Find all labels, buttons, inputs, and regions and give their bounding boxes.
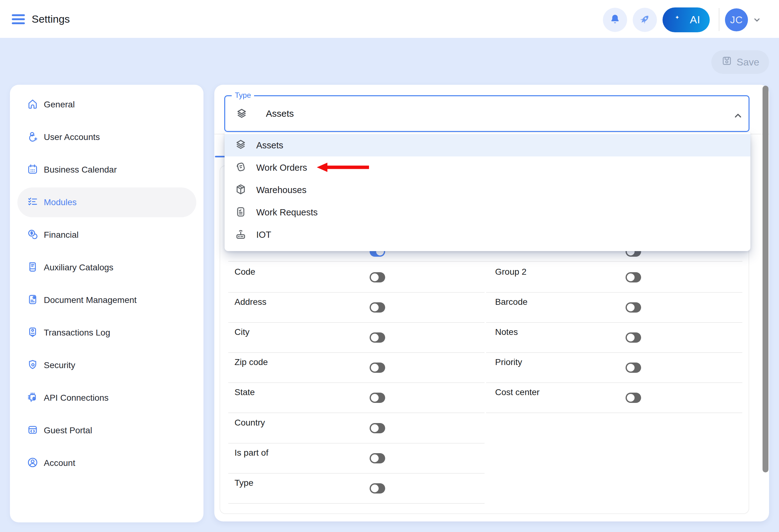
row-divider: [228, 292, 485, 293]
hamburger-menu-icon[interactable]: [12, 14, 25, 24]
coins-icon: [27, 228, 39, 242]
dropdown-option-assets[interactable]: Assets: [225, 134, 751, 156]
notifications-button[interactable]: [603, 8, 627, 32]
sidebar-item-account[interactable]: Account: [17, 448, 196, 478]
field-label-state: State: [235, 387, 255, 398]
sidebar-item-auxiliary-catalogs[interactable]: Auxiliary Catalogs: [17, 253, 196, 282]
field-label-zip-code: Zip code: [235, 357, 268, 368]
dropdown-option-label: Warehouses: [256, 185, 307, 195]
sidebar-item-label: Business Calendar: [44, 165, 117, 175]
sidebar-item-api-connections[interactable]: API Connections: [17, 383, 196, 413]
topbar-divider: [719, 8, 719, 31]
layers-icon: [235, 108, 248, 121]
toggle-barcode[interactable]: [625, 302, 641, 313]
field-label-is-part-of: Is part of: [235, 448, 268, 458]
home-icon: [27, 98, 39, 111]
row-divider: [486, 292, 742, 293]
rocket-icon: [639, 13, 651, 27]
settings-sidebar: General User Accounts Business Calendar …: [10, 85, 203, 522]
settings-page: { "colors":{ "accent_blue":"#4d82f0","se…: [0, 0, 779, 532]
toggle-type[interactable]: [370, 483, 385, 493]
sidebar-item-label: General: [44, 99, 75, 110]
document-icon: [27, 293, 39, 307]
shield-icon: [27, 359, 39, 372]
calendar-icon: [27, 163, 39, 176]
red-arrow-annotation: [316, 162, 370, 174]
toggle-city[interactable]: [370, 332, 385, 343]
row-divider: [486, 382, 742, 383]
router-icon: [235, 228, 247, 242]
sidebar-item-label: Account: [44, 458, 75, 468]
field-label-type: Type: [235, 478, 253, 488]
page-title: Settings: [32, 0, 70, 38]
row-divider: [228, 473, 485, 474]
sidebar-item-general[interactable]: General: [17, 90, 196, 120]
field-label-cost-center: Cost center: [495, 387, 540, 398]
toggle-country[interactable]: [370, 423, 385, 433]
layers-icon: [235, 138, 247, 152]
launch-button[interactable]: [633, 8, 657, 32]
clipboard-icon: [235, 205, 247, 219]
modules-settings-card: Code Address City Zip code State Country…: [214, 85, 769, 521]
field-label-code: Code: [235, 267, 255, 277]
scrollbar-thumb[interactable]: [763, 86, 768, 472]
row-divider: [486, 412, 742, 413]
row-divider: [228, 503, 485, 504]
chevron-up-icon[interactable]: [732, 110, 743, 123]
dropdown-option-label: Assets: [256, 140, 283, 150]
toggle-address[interactable]: [370, 302, 385, 313]
dropdown-option-warehouses[interactable]: Warehouses: [225, 179, 751, 201]
toggle-code[interactable]: [370, 272, 385, 282]
user-avatar[interactable]: JC: [725, 8, 748, 31]
field-label-group-2: Group 2: [495, 267, 527, 277]
sidebar-item-transactions-log[interactable]: Transactions Log: [17, 318, 196, 348]
sidebar-item-label: User Accounts: [44, 132, 100, 142]
sidebar-item-business-calendar[interactable]: Business Calendar: [17, 155, 196, 185]
toggle-notes[interactable]: [625, 332, 641, 343]
toggle-zip-code[interactable]: [370, 362, 385, 373]
dropdown-option-iot[interactable]: IOT: [225, 223, 751, 246]
sidebar-item-modules[interactable]: Modules: [17, 188, 196, 217]
sparkle-icon: ✦: [675, 14, 679, 21]
dropdown-option-work-orders[interactable]: Work Orders: [225, 156, 751, 179]
user-circle-icon: [27, 457, 39, 470]
chip-icon: [27, 391, 39, 404]
toggle-priority[interactable]: [625, 362, 641, 373]
row-divider: [486, 352, 742, 353]
checklist-icon: [27, 196, 39, 209]
toggle-is-part-of[interactable]: [370, 453, 385, 463]
field-label-country: Country: [235, 417, 265, 428]
type-select-label: Type: [232, 91, 254, 99]
package-icon: [235, 183, 247, 197]
sidebar-item-security[interactable]: Security: [17, 350, 196, 380]
type-select[interactable]: [224, 95, 750, 132]
sidebar-item-label: API Connections: [44, 393, 109, 403]
browser-icon: [27, 424, 39, 437]
sidebar-item-label: Auxiliary Catalogs: [44, 263, 113, 272]
sidebar-item-user-accounts[interactable]: User Accounts: [17, 122, 196, 152]
dropdown-option-work-requests[interactable]: Work Requests: [225, 201, 751, 223]
row-divider: [228, 443, 485, 444]
save-button-label: Save: [737, 57, 760, 68]
row-divider: [228, 261, 742, 262]
badge-icon: [27, 326, 39, 339]
sidebar-item-document-management[interactable]: Document Management: [17, 285, 196, 315]
sidebar-item-financial[interactable]: Financial: [17, 220, 196, 250]
toggle-cost-center[interactable]: [625, 393, 641, 403]
save-button[interactable]: Save: [711, 50, 769, 74]
chevron-down-icon[interactable]: [752, 15, 762, 26]
work-order-icon: [235, 161, 247, 175]
toggle-group-2[interactable]: [625, 272, 641, 282]
sidebar-item-label: Guest Portal: [44, 425, 92, 436]
dropdown-option-label: IOT: [256, 230, 271, 240]
ai-button-label: AI: [690, 14, 701, 26]
toggle-state[interactable]: [370, 393, 385, 403]
sidebar-item-guest-portal[interactable]: Guest Portal: [17, 416, 196, 446]
save-icon: [721, 55, 732, 69]
type-dropdown-menu: Assets Work Orders Warehouses Work Reque…: [225, 133, 751, 251]
dropdown-option-label: Work Orders: [256, 162, 307, 173]
row-divider: [486, 322, 742, 323]
sidebar-item-label: Security: [44, 360, 75, 370]
row-divider: [228, 322, 485, 323]
ai-assistant-button[interactable]: ✦ AI: [663, 7, 710, 32]
